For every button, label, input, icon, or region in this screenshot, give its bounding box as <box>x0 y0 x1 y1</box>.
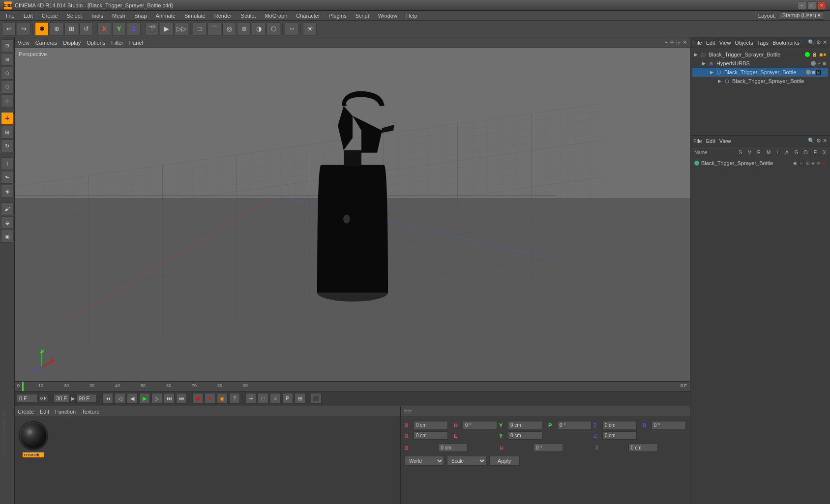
current-frame-input[interactable] <box>17 394 37 403</box>
terrain-button[interactable]: ⬡ <box>267 22 280 36</box>
edit-mode-button[interactable]: ⊞ <box>1 53 14 66</box>
layout-selector[interactable]: Startup (User) ▾ <box>779 11 824 20</box>
vp-ctrl-close[interactable]: ✕ <box>682 39 687 46</box>
p-mode-button[interactable]: P <box>282 393 293 404</box>
close-button[interactable]: ✕ <box>817 1 826 9</box>
obj-close-icon[interactable]: ✕ <box>823 39 827 46</box>
polygon-mode-button[interactable]: ⬠ <box>1 67 14 80</box>
viewport-canvas[interactable]: Perspective <box>15 48 690 381</box>
texture-tool[interactable]: ⬙ <box>1 216 14 229</box>
pos-z-input[interactable] <box>602 421 637 429</box>
menu-character[interactable]: Character <box>292 12 324 20</box>
scale-tool-left[interactable]: ⊞ <box>1 126 14 139</box>
vp-ctrl-move[interactable]: ✛ <box>670 39 674 46</box>
point-mode-button[interactable]: ⬡ <box>1 81 14 93</box>
viewport-menu-filter[interactable]: Filter <box>111 40 123 46</box>
mat-menu-edit[interactable]: Edit <box>40 409 49 415</box>
nurbs-button[interactable]: ◎ <box>222 22 236 36</box>
attr-search-icon[interactable]: 🔍 <box>808 138 815 144</box>
menu-window[interactable]: Window <box>374 12 401 20</box>
size-x-input[interactable] <box>463 421 497 429</box>
rotate-button[interactable]: ↺ <box>79 22 93 36</box>
size-z-input[interactable] <box>652 421 686 429</box>
x-axis-button[interactable]: X <box>97 22 111 36</box>
menu-mograph[interactable]: MoGraph <box>261 12 291 20</box>
menu-plugins[interactable]: Plugins <box>325 12 351 20</box>
attr-settings-icon[interactable]: ⚙ <box>816 138 821 144</box>
end-frame-input[interactable] <box>76 394 97 403</box>
y-axis-button[interactable]: Y <box>112 22 126 36</box>
menu-animate[interactable]: Animate <box>152 12 179 20</box>
apply-button[interactable]: Apply <box>489 456 520 466</box>
obj-menu-view[interactable]: View <box>719 40 731 46</box>
play-forward-button[interactable]: ▶ <box>139 393 150 404</box>
attr-close-icon[interactable]: ✕ <box>823 138 827 144</box>
render-anim-button[interactable]: ▶ <box>160 22 174 36</box>
menu-help[interactable]: Help <box>402 12 421 20</box>
viewport-menu-options[interactable]: Options <box>87 40 105 46</box>
bbox-mode-button[interactable]: □ <box>258 393 268 404</box>
tree-item-hypernurbs[interactable]: ▶ ⊛ HyperNURBS ✓ ◼ <box>692 59 828 68</box>
ch-input[interactable] <box>534 444 563 452</box>
pos-x-input[interactable] <box>414 421 448 429</box>
rotate-tool-left[interactable]: ↻ <box>1 140 14 152</box>
maximize-button[interactable]: □ <box>807 1 816 9</box>
scale-x-input[interactable] <box>414 431 448 440</box>
vp-ctrl-zoom[interactable]: ⊡ <box>676 39 681 46</box>
tree-item-bottle-l3[interactable]: ▶ ⬡ Black_Trigger_Sprayer_Bottle <box>692 77 828 85</box>
render-settings-button[interactable]: ▷▷ <box>175 22 188 36</box>
camera-button[interactable]: ◑ <box>252 22 266 36</box>
viewport-menu-display[interactable]: Display <box>63 40 81 46</box>
obj-menu-file[interactable]: File <box>693 40 702 46</box>
mat-menu-create[interactable]: Create <box>18 409 34 415</box>
circle-mode-button[interactable]: ○ <box>270 393 281 404</box>
record-button[interactable]: ● <box>205 393 215 404</box>
prev-key-button[interactable]: ◁ <box>115 393 125 404</box>
cx-input[interactable] <box>438 444 468 452</box>
stereo-button[interactable]: 👓 <box>285 22 298 36</box>
attr-row-bottle[interactable]: Black_Trigger_Sprayer_Bottle ◉ ⊠ ⊞ ◈ ≫ ✕ <box>692 159 828 167</box>
obj-menu-bookmarks[interactable]: Bookmarks <box>772 40 800 46</box>
obj-menu-tags[interactable]: Tags <box>757 40 769 46</box>
attr-menu-file[interactable]: File <box>693 138 702 144</box>
menu-tools[interactable]: Tools <box>87 12 107 20</box>
cube-button[interactable]: □ <box>193 22 207 36</box>
menu-edit[interactable]: Edit <box>20 12 37 20</box>
minimize-button[interactable]: − <box>798 1 806 9</box>
goto-end2-button[interactable]: ⏭ <box>176 393 187 404</box>
attr-menu-edit[interactable]: Edit <box>706 138 715 144</box>
auto-key-button[interactable]: ⏺ <box>192 393 203 404</box>
light-button[interactable]: ☀ <box>303 22 317 36</box>
menu-sculpt[interactable]: Sculpt <box>237 12 260 20</box>
menu-script[interactable]: Script <box>352 12 373 20</box>
next-key-button[interactable]: ▷ <box>151 393 162 404</box>
timeline-ruler[interactable]: 0 10 20 30 40 50 60 70 80 90 0 F <box>15 382 690 392</box>
transform-button[interactable]: ⊕ <box>50 22 63 36</box>
scale-button[interactable]: ⊞ <box>64 22 78 36</box>
tree-item-root[interactable]: ▶ 🎥 Black_Trigger_Sprayer_Bottle 🔒 ◼ ■ <box>692 50 828 59</box>
render-preview-button[interactable]: ⬛ <box>311 393 322 404</box>
undo-button[interactable]: ↩ <box>2 22 16 36</box>
playhead[interactable] <box>22 382 24 391</box>
viewport-menu-panel[interactable]: Panel <box>129 40 143 46</box>
attr-menu-view[interactable]: View <box>719 138 731 144</box>
scale-y-input[interactable] <box>508 431 542 440</box>
spline-button[interactable]: ⌒ <box>208 22 221 36</box>
deformer-button[interactable]: ⊛ <box>237 22 251 36</box>
scale-z-input[interactable] <box>602 431 637 440</box>
csize-x-input[interactable] <box>628 444 658 452</box>
obj-menu-edit[interactable]: Edit <box>706 40 715 46</box>
material-item[interactable]: cosmeti... <box>19 421 48 500</box>
help-button[interactable]: ? <box>229 393 240 404</box>
move-tool-button[interactable]: ✱ <box>35 22 49 36</box>
z-axis-button[interactable]: Z <box>127 22 141 36</box>
knife-tool[interactable]: ⌇ <box>1 157 14 170</box>
attr-delete-icon[interactable]: ✕ <box>822 161 826 166</box>
coord-system-select[interactable]: World Object <box>405 456 444 466</box>
menu-snap[interactable]: Snap <box>130 12 151 20</box>
material-thumbnail[interactable] <box>19 421 48 450</box>
goto-start-button[interactable]: ⏮ <box>102 393 113 404</box>
edge-mode-button[interactable]: ◇ <box>1 94 14 107</box>
menu-create[interactable]: Create <box>38 12 62 20</box>
extrude-tool[interactable]: ⬑ <box>1 171 14 184</box>
